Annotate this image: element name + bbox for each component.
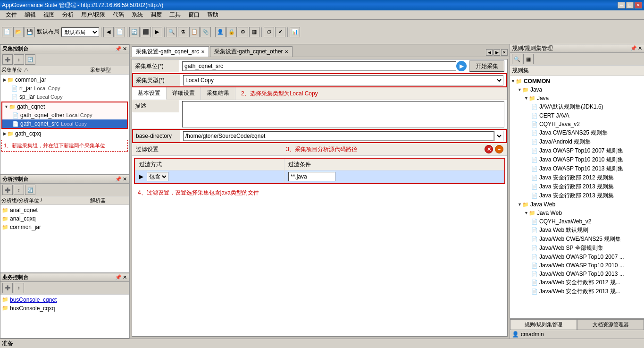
ruleset-tree[interactable]: ▼ 📁 COMMON ▼ 📁 Java ▼ 📁 Java 📄 JAVA默认规则集… — [510, 76, 644, 318]
menu-code[interactable]: 代码 — [109, 10, 128, 20]
list-item[interactable]: 📄 Java OWASP Top10 2010 规则集 — [511, 155, 643, 164]
unit-input[interactable] — [182, 61, 456, 71]
panel-close-icon[interactable]: ✕ — [123, 274, 127, 280]
toolbar-btn-new[interactable]: 📄 — [2, 27, 12, 37]
ruleset-btn2[interactable]: ▦ — [523, 54, 534, 64]
business-toolbar-btn[interactable]: ➕ — [2, 283, 13, 293]
list-item[interactable]: 📄 Java 安全行政部 2012 规则集 — [511, 173, 643, 182]
list-item[interactable]: ▶ 📁 common_jar — [1, 76, 128, 84]
tab-scroll-left[interactable]: ◀ — [486, 49, 493, 56]
dir-dropdown[interactable]: ▼ — [494, 131, 503, 141]
filter-mode-select[interactable]: 包含 — [147, 172, 168, 181]
close-button[interactable]: ✕ — [635, 2, 642, 8]
toolbar-btn-clock[interactable]: ⏱ — [264, 27, 274, 37]
panel-close-icon[interactable]: ✕ — [123, 176, 127, 182]
list-item[interactable]: 📄 Java/Android 规则集 — [511, 137, 643, 146]
toolbar-btn-lock[interactable]: 🔒 — [226, 27, 237, 37]
toolbar-btn-user[interactable]: 👤 — [215, 27, 226, 37]
toolbar-btn-run[interactable]: ▶ — [152, 27, 162, 37]
list-item[interactable]: 📄 Java/Web 安全行政部 2012 规... — [511, 278, 643, 287]
toolbar-btn-grid[interactable]: ▦ — [249, 27, 259, 37]
filter-remove-button[interactable]: ✕ — [485, 145, 493, 153]
list-item[interactable]: 📄 Java OWASP Top10 2007 规则集 — [511, 146, 643, 155]
expand-row-icon[interactable]: ▶ — [139, 173, 143, 180]
list-item[interactable]: ▼ 📁 Java Web — [511, 209, 643, 217]
tab-scroll-right[interactable]: ▶ — [493, 49, 500, 56]
toolbar-btn-open[interactable]: 📂 — [13, 27, 24, 37]
pin-icon[interactable]: 📌 — [630, 45, 637, 51]
table-row[interactable]: ▶ 包含 — [135, 170, 504, 183]
toolbar-btn-check[interactable]: ✔ — [275, 27, 285, 37]
collection-toolbar-add[interactable]: ➕ — [2, 54, 13, 65]
toolbar-btn-chart[interactable]: 📊 — [290, 27, 300, 37]
list-item[interactable]: 📄 gath_cqnet_other Local Copy — [2, 111, 127, 119]
analysis-toolbar-add[interactable]: ➕ — [2, 185, 13, 195]
menu-user-permissions[interactable]: 用户/权限 — [77, 10, 109, 20]
list-item[interactable]: 📁 busConsole_cqnet — [1, 296, 128, 304]
list-item[interactable]: 📄 Java 安全行政部 2013 规则集 — [511, 191, 643, 200]
tab-close-icon[interactable]: ✕ — [284, 49, 288, 54]
collection-toolbar-refresh[interactable]: 🔄 — [25, 54, 35, 65]
list-item[interactable]: 📄 JAVA默认规则集(JDK1.6) — [511, 102, 643, 111]
list-item[interactable]: 📄 Java/Web 安全行政部 2013 规... — [511, 287, 643, 296]
pin-icon[interactable]: 📌 — [115, 274, 122, 280]
list-item[interactable]: ▼ 📁 Java — [511, 94, 643, 102]
menu-file[interactable]: 文件 — [2, 10, 21, 20]
list-item[interactable]: ▼ 📁 Java — [511, 85, 643, 94]
list-item[interactable]: 📄 Java CWE/SANS25 规则集 — [511, 128, 643, 137]
list-item[interactable]: 📄 Java OWASP Top10 2013 规则集 — [511, 164, 643, 173]
list-item[interactable]: 📄 Java/Web OWASP Top10 2010 ... — [511, 261, 643, 270]
toolbar-btn-stop[interactable]: ⬛ — [141, 27, 151, 37]
expand-icon[interactable]: ▼ — [4, 104, 8, 109]
start-collect-button[interactable]: 开始采集 — [469, 60, 504, 72]
list-item[interactable]: 📁 busConsole_cqxq — [1, 304, 128, 313]
menu-window[interactable]: 窗口 — [184, 10, 203, 20]
toolbar-btn-paste[interactable]: 📎 — [201, 27, 211, 37]
list-item[interactable]: 📁 common_jar — [1, 223, 128, 231]
toolbar-btn-forward[interactable]: 📄 — [115, 27, 125, 37]
list-item[interactable]: 📄 CERT JAVA — [511, 111, 643, 120]
analysis-toolbar-refresh[interactable]: 🔄 — [25, 185, 35, 195]
minimize-button[interactable]: ─ — [618, 2, 625, 8]
filter-condition-input[interactable] — [288, 172, 335, 181]
tab-collect-results[interactable]: 采集结果 — [201, 87, 235, 100]
type-select[interactable]: Local Copy — [183, 75, 503, 85]
expand-icon[interactable]: ▼ — [524, 96, 528, 101]
list-item[interactable]: 📄 CQYH_JavaWeb_v2 — [511, 217, 643, 226]
panel-close-icon[interactable]: ✕ — [638, 45, 642, 51]
maximize-button[interactable]: □ — [626, 2, 634, 8]
expand-icon[interactable]: ▼ — [518, 202, 522, 207]
collection-tree-area[interactable]: ▶ 📁 common_jar 📄 rt_jar Local Copy 📄 sp_… — [0, 75, 129, 174]
list-item[interactable]: ▶ 📁 gath_cqxq — [1, 129, 128, 138]
menu-schedule[interactable]: 调度 — [147, 10, 166, 20]
list-item[interactable]: 📄 Java/Web SP 全部规则集 — [511, 244, 643, 253]
toolbar-btn-save[interactable]: 💾 — [25, 27, 35, 37]
menu-tools[interactable]: 工具 — [166, 10, 184, 20]
business-toolbar-sort[interactable]: ↕ — [14, 283, 24, 293]
menu-analysis[interactable]: 分析 — [59, 10, 77, 20]
menu-view[interactable]: 视图 — [40, 10, 59, 20]
tab-gath-cqnet-other[interactable]: 采集设置-gath_cqnet_other ✕ — [210, 46, 293, 57]
toolbar-layout-select[interactable]: 默认布局 — [61, 27, 99, 37]
tab-ruleset-management[interactable]: 规则/规则集管理 — [510, 319, 577, 330]
desc-textarea[interactable] — [182, 101, 504, 127]
menu-edit[interactable]: 编辑 — [21, 10, 40, 20]
collection-toolbar-sort[interactable]: ↕ — [14, 54, 24, 65]
menu-help[interactable]: 帮助 — [203, 10, 222, 20]
toolbar-btn-back[interactable]: ◀ — [103, 27, 114, 37]
expand-icon[interactable]: ▶ — [3, 131, 7, 136]
expand-icon[interactable]: ▶ — [3, 77, 7, 82]
toolbar-btn-search[interactable]: 🔍 — [167, 27, 177, 37]
start-collect-icon[interactable]: ▶ — [456, 61, 467, 71]
pin-icon[interactable]: 📌 — [115, 46, 122, 52]
list-item[interactable]: 📁 anal_cqxq — [1, 214, 128, 223]
pin-icon[interactable]: 📌 — [115, 176, 122, 182]
tab-basic-settings[interactable]: 基本设置 — [132, 87, 167, 100]
list-item[interactable]: 📄 Java/Web OWASP Top10 2007 ... — [511, 253, 643, 261]
panel-close-icon[interactable]: ✕ — [123, 46, 127, 52]
business-tree-area[interactable]: 📁 busConsole_cqnet 📁 busConsole_cqxq — [0, 295, 129, 338]
list-item[interactable]: ▼ 📁 gath_cqnet — [2, 102, 127, 111]
list-item[interactable]: 📁 anal_cqnet — [1, 206, 128, 214]
list-item[interactable]: ▼ 📁 COMMON — [511, 77, 643, 85]
toolbar-btn-copy[interactable]: 📋 — [189, 27, 200, 37]
